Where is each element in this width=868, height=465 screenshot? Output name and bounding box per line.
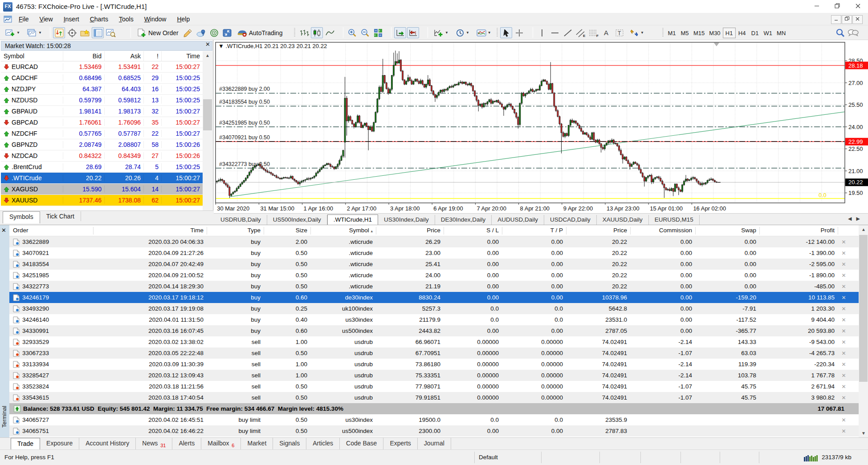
timeframe-d1[interactable]: D1 [749,28,762,38]
order-row-33285427[interactable]: 332854272020.03.12 13:09:43sell1.00usdru… [9,370,859,381]
chart-close-button[interactable] [852,15,863,24]
terminal-tab-journal[interactable]: Journal [418,438,451,449]
order-row-34246179[interactable]: 342461792020.03.17 19:18:12buy0.60de30in… [9,292,859,303]
restore-button[interactable] [827,0,848,13]
chart-minimize-button[interactable] [831,15,841,24]
menu-view[interactable]: View [34,13,58,25]
market-watch-row-nzdusd[interactable]: NZDUSD0.597990.598121315:00:25 [1,95,203,106]
order-row-33543615[interactable]: 335436152020.03.18 17:40:54sell0.50usdru… [9,392,859,403]
order-row-34183554[interactable]: 341835542020.04.07 20:42:49buy0.50.wticr… [9,259,859,270]
column-header-swap[interactable]: Swap [696,225,760,236]
mql5-community-button[interactable] [208,27,220,38]
terminal-close-icon[interactable]: ✕ [1,227,6,234]
terminal-tab-trade[interactable]: Trade [11,438,40,449]
market-watch-row-xagusd[interactable]: XAGUSD15.59015.6041415:00:27 [1,184,203,195]
chart-window[interactable]: #33622889 buy 2.00#34183554 buy 0.50#342… [214,40,868,213]
close-order-icon[interactable]: ✕ [839,372,849,379]
scrollbar-thumb[interactable] [203,99,212,130]
terminal-tab-news[interactable]: News 31 [136,438,172,449]
column-header-bid[interactable]: Bid [63,51,105,61]
order-row-33493290[interactable]: 334932902020.03.17 19:19:08buy0.25uk100i… [9,303,859,314]
terminal-tab-experts[interactable]: Experts [383,438,417,449]
close-order-icon[interactable]: ✕ [839,239,849,245]
market-watch-row-xauusd[interactable]: XAUUSD1737.461738.086215:00:27 [1,195,203,206]
timeframe-m15[interactable]: M15 [691,28,707,38]
chart-tab-xauusd-daily[interactable]: XAUUSD,Daily [597,215,649,225]
terminal-tab-articles[interactable]: Articles [306,438,340,449]
terminal-tab-exposure[interactable]: Exposure [40,438,79,449]
tile-windows-button[interactable] [372,27,384,38]
terminal-scrollbar[interactable]: ▲ ▼ [859,225,868,438]
close-order-icon[interactable]: ✕ [839,428,849,434]
zoom-in-button[interactable] [346,27,358,38]
chart-shift-button[interactable] [407,27,419,38]
close-order-icon[interactable]: ✕ [839,317,849,323]
menu-charts[interactable]: Charts [85,13,114,25]
metaeditor-button[interactable] [183,27,195,38]
terminal-toggle[interactable] [92,27,104,38]
column-header-profit[interactable]: Profit [760,225,839,236]
candlestick-chart-button[interactable] [311,27,323,38]
market-watch-row-cadchf[interactable]: CADCHF0.684960.685252915:00:25 [1,73,203,84]
close-order-icon[interactable]: ✕ [839,283,849,290]
arrows-button[interactable]: ▼ [626,27,647,38]
menu-insert[interactable]: Insert [58,13,85,25]
chart-tab-us500index-daily[interactable]: US500Index,Daily [267,215,327,225]
terminal-tab-signals[interactable]: Signals [273,438,306,449]
chart-tab--wticrude-h1[interactable]: .WTICrude,H1 [327,214,378,225]
crosshair-button[interactable] [513,27,525,38]
profiles-button[interactable]: ▼ [24,27,45,38]
menu-file[interactable]: File [13,13,34,25]
close-order-icon[interactable]: ✕ [839,250,849,256]
data-window-button[interactable] [66,27,78,38]
column-header-tp[interactable]: T / P [503,225,567,236]
close-order-icon[interactable]: ✕ [839,417,849,423]
scroll-down-icon[interactable]: ▼ [859,429,868,438]
scroll-up-icon[interactable]: ▲ [203,51,212,60]
market-watch-row-nzdcad[interactable]: NZDCAD0.843220.843492715:00:26 [1,150,203,162]
column-header-ask[interactable]: Ask [105,51,144,61]
market-watch-scrollbar[interactable]: ▲ ▼ [203,51,212,217]
timeframe-h4[interactable]: H4 [736,28,749,38]
minimize-button[interactable] [807,0,827,13]
text-label-button[interactable]: T [613,27,625,38]
scrollbar-thumb[interactable] [859,235,868,382]
column-header-order[interactable]: Order [9,225,94,236]
market-watch-title[interactable]: Market Watch: 15:00:28 [1,41,212,51]
order-row-33133934[interactable]: 331339342020.03.09 11:30:39sell1.00usdru… [9,359,859,370]
price-chart[interactable]: #33622889 buy 2.00#34183554 buy 0.50#342… [214,40,868,213]
menu-help[interactable]: Help [171,13,195,25]
close-order-icon[interactable]: ✕ [839,306,849,312]
menu-window[interactable]: Window [139,13,172,25]
market-watch-toggle[interactable] [53,27,65,38]
close-order-icon[interactable]: ✕ [839,384,849,390]
close-order-icon[interactable]: ✕ [839,261,849,267]
column-header-time[interactable]: Time [162,51,203,61]
close-order-icon[interactable]: ✕ [839,350,849,356]
close-order-icon[interactable]: ✕ [839,395,849,401]
close-order-icon[interactable]: ✕ [839,361,849,368]
close-button[interactable] [848,0,868,13]
chart-tab-usdrub-daily[interactable]: USDRUB,Daily [215,215,267,225]
order-row-34330991[interactable]: 343309912020.03.16 16:07:45buy0.60us500i… [9,325,859,336]
autotrading-button[interactable]: AutoTrading [234,27,286,38]
column-header-price[interactable]: Price [567,225,631,236]
horizontal-line-button[interactable] [549,27,561,38]
close-order-icon[interactable]: ✕ [839,295,849,301]
close-order-icon[interactable]: ✕ [839,328,849,334]
chart-tab-audusd-daily[interactable]: AUDUSD,Daily [492,215,544,225]
order-row-34065727[interactable]: 340657272020.04.02 16:45:51buy limit0.50… [9,414,859,425]
publisher-button[interactable] [196,27,208,38]
fibonacci-button[interactable]: F [587,27,599,38]
chart-tab-usdcad-daily[interactable]: USDCAD,Daily [544,215,597,225]
terminal-tab-market[interactable]: Market [241,438,273,449]
market-watch-row-gbpcad[interactable]: GBPCAD1.760611.760963515:00:27 [1,117,203,128]
chart-tab-scroll-arrows[interactable]: ◀▶ [848,216,864,222]
order-row-34322773[interactable]: 343227732020.04.14 18:29:30buy0.50.wticr… [9,281,859,292]
timeframe-m1[interactable]: M1 [665,28,678,38]
trendline-button[interactable] [562,27,574,38]
market-watch-close-icon[interactable]: ✕ [205,41,210,48]
column-header-symbol[interactable]: Symbol [1,51,63,61]
chart-tab-us30index-daily[interactable]: US30Index,Daily [378,215,435,225]
order-row-33067233[interactable]: 330672332020.03.05 22:22:48sell0.50usdru… [9,348,859,359]
